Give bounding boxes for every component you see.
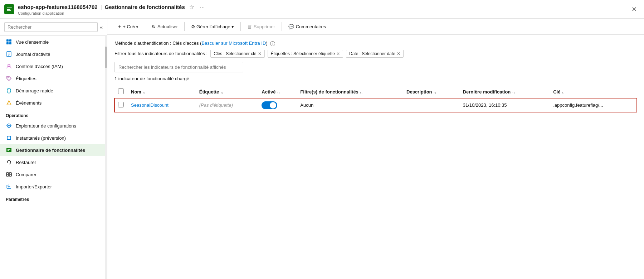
svg-rect-27 xyxy=(6,148,11,152)
create-button[interactable]: + + Créer xyxy=(114,21,142,32)
feature-search-input[interactable] xyxy=(114,62,243,72)
refresh-button[interactable]: ↻ Actualiser xyxy=(148,22,181,32)
row-checkbox-1[interactable] xyxy=(118,102,124,107)
section-label-operations: Opérations xyxy=(0,109,105,120)
compare-icon xyxy=(6,171,12,178)
title-bar: eshop-app-features1168054702 | Gestionna… xyxy=(0,0,644,19)
journal-icon xyxy=(6,51,12,57)
refresh-label: Actualiser xyxy=(157,24,178,29)
iam-icon xyxy=(6,63,12,69)
sidebar-label-demarrage: Démarrage rapide xyxy=(16,88,53,93)
col-description-sort[interactable]: ↑↓ xyxy=(433,91,436,94)
count-label: 1 indicateur de fonctionnalité chargé xyxy=(114,76,637,81)
svg-rect-2 xyxy=(7,9,10,10)
sidebar-item-evenements[interactable]: Événements xyxy=(0,97,105,109)
sidebar-item-restaurer[interactable]: Restaurer xyxy=(0,156,105,168)
gear-icon: ⚙ xyxy=(191,24,195,29)
sidebar-label-gestionnaire: Gestionnaire de fonctionnalités xyxy=(16,148,85,153)
col-etiquette-sort[interactable]: ↑↓ xyxy=(220,91,223,94)
page-title: Gestionnaire de fonctionnalités xyxy=(105,4,185,10)
content-area: + + Créer ↻ Actualiser ⚙ Gérer l'afficha… xyxy=(107,19,644,279)
create-label: + Créer xyxy=(123,24,138,29)
manage-display-button[interactable]: ⚙ Gérer l'affichage ▾ xyxy=(187,22,238,32)
sidebar-search-input[interactable] xyxy=(4,22,98,32)
col-checkbox xyxy=(114,86,127,98)
app-subtitle: Configuration d'application xyxy=(18,11,206,15)
sidebar-label-comparer: Comparer xyxy=(16,172,36,177)
star-button[interactable]: ☆ xyxy=(188,3,196,11)
svg-rect-1 xyxy=(7,8,12,8)
section-label-parametres: Paramètres xyxy=(0,193,105,203)
svg-rect-6 xyxy=(6,42,9,44)
delete-button[interactable]: 🗑 Supprimer xyxy=(244,22,279,32)
sidebar-search-area: « xyxy=(0,19,107,36)
svg-rect-5 xyxy=(9,39,11,42)
row-active-toggle[interactable] xyxy=(262,101,277,109)
toolbar-sep-1 xyxy=(145,22,145,31)
main-layout: « Vue d'ensemble Journal d'activité xyxy=(0,19,644,279)
more-button[interactable]: ··· xyxy=(199,3,206,11)
svg-rect-3 xyxy=(7,10,11,11)
delete-label: Supprimer xyxy=(254,24,275,29)
comments-label: Commentaires xyxy=(296,24,326,29)
filter-chip-cles[interactable]: Clés : Sélectionner clé ✕ xyxy=(210,50,264,58)
sidebar-item-iam[interactable]: Contrôle d'accès (IAM) xyxy=(0,60,105,72)
filter-chip-cles-close[interactable]: ✕ xyxy=(258,51,262,56)
col-filtres-sort[interactable]: ↑↓ xyxy=(360,91,362,94)
col-nom-sort[interactable]: ↑↓ xyxy=(143,91,146,94)
sidebar-item-vue-ensemble[interactable]: Vue d'ensemble xyxy=(0,36,105,48)
filter-chip-etiquettes-close[interactable]: ✕ xyxy=(336,51,340,56)
sidebar-item-etiquettes[interactable]: Étiquettes xyxy=(0,72,105,85)
row-checkbox-cell xyxy=(114,98,127,112)
filter-chip-etiquettes[interactable]: Étiquettes : Sélectionner étiquette ✕ xyxy=(268,50,343,58)
filter-chip-date-close[interactable]: ✕ xyxy=(397,51,400,56)
title-bar-text: eshop-app-features1168054702 | Gestionna… xyxy=(18,3,206,15)
collapse-button[interactable]: « xyxy=(100,24,103,30)
trash-icon: 🗑 xyxy=(247,24,252,29)
col-derniere-modif-label: Dernière modification xyxy=(463,89,511,95)
col-derniere-modif-sort[interactable]: ↑↓ xyxy=(512,91,515,94)
comments-button[interactable]: 💬 Commentaires xyxy=(285,22,330,32)
etiquettes-icon xyxy=(6,75,12,82)
col-active-label: Activé xyxy=(262,89,275,95)
refresh-icon: ↻ xyxy=(152,24,156,29)
sidebar-item-demarrage[interactable]: Démarrage rapide xyxy=(0,85,105,97)
title-separator: | xyxy=(101,4,102,10)
manage-label: Gérer l'affichage xyxy=(196,24,230,29)
col-active-sort[interactable]: ↑↓ xyxy=(277,91,280,94)
svg-point-20 xyxy=(8,125,10,126)
sidebar-item-instantanes[interactable]: Instantanés (préversion) xyxy=(0,132,105,144)
sidebar-nav: Vue d'ensemble Journal d'activité Contrô… xyxy=(0,36,105,279)
feature-table: Nom ↑↓ Étiquette ↑↓ Activé ↑↓ Filtre(s xyxy=(114,86,637,112)
info-icon[interactable]: i xyxy=(270,41,275,46)
snapshot-icon xyxy=(6,135,12,141)
svg-rect-7 xyxy=(9,42,11,44)
sidebar-item-explorateur[interactable]: Explorateur de configurations xyxy=(0,120,105,132)
row-nom-link[interactable]: SeasonalDiscount xyxy=(131,102,169,108)
row-filtres-cell: Aucun xyxy=(297,98,403,112)
filters-row: Filtrer tous les indicateurs de fonction… xyxy=(114,50,637,58)
filter-chip-date[interactable]: Date : Sélectionner date ✕ xyxy=(346,50,404,58)
quickstart-icon xyxy=(6,87,12,94)
sidebar-item-importer[interactable]: Importer/Exporter xyxy=(0,181,105,193)
filter-chip-cles-label: Clés : Sélectionner clé xyxy=(214,51,256,56)
col-description: Description ↑↓ xyxy=(403,86,459,98)
sidebar-item-comparer[interactable]: Comparer xyxy=(0,168,105,181)
col-cle: Clé ↑↓ xyxy=(550,86,637,98)
sidebar-item-gestionnaire[interactable]: Gestionnaire de fonctionnalités xyxy=(0,144,105,156)
filter-chip-etiquettes-label: Étiquettes : Sélectionner étiquette xyxy=(271,51,335,56)
row-description-cell xyxy=(403,98,459,112)
close-button[interactable]: ✕ xyxy=(629,5,640,14)
chevron-down-icon: ▾ xyxy=(231,24,234,29)
import-icon xyxy=(6,183,12,190)
select-all-checkbox[interactable] xyxy=(118,88,124,94)
svg-rect-4 xyxy=(6,39,9,42)
filter-label: Filtrer tous les indicateurs de fonction… xyxy=(114,51,208,56)
col-cle-sort[interactable]: ↑↓ xyxy=(562,91,565,94)
sidebar-item-journal[interactable]: Journal d'activité xyxy=(0,48,105,60)
auth-switch-link[interactable]: Basculer sur Microsoft Entra ID xyxy=(201,40,266,46)
sidebar-inner: Vue d'ensemble Journal d'activité Contrô… xyxy=(0,36,107,279)
toolbar: + + Créer ↻ Actualiser ⚙ Gérer l'afficha… xyxy=(107,19,644,35)
toolbar-sep-2 xyxy=(184,22,185,31)
table-row[interactable]: SeasonalDiscount (Pas d'étiquette) Aucun xyxy=(114,98,637,112)
